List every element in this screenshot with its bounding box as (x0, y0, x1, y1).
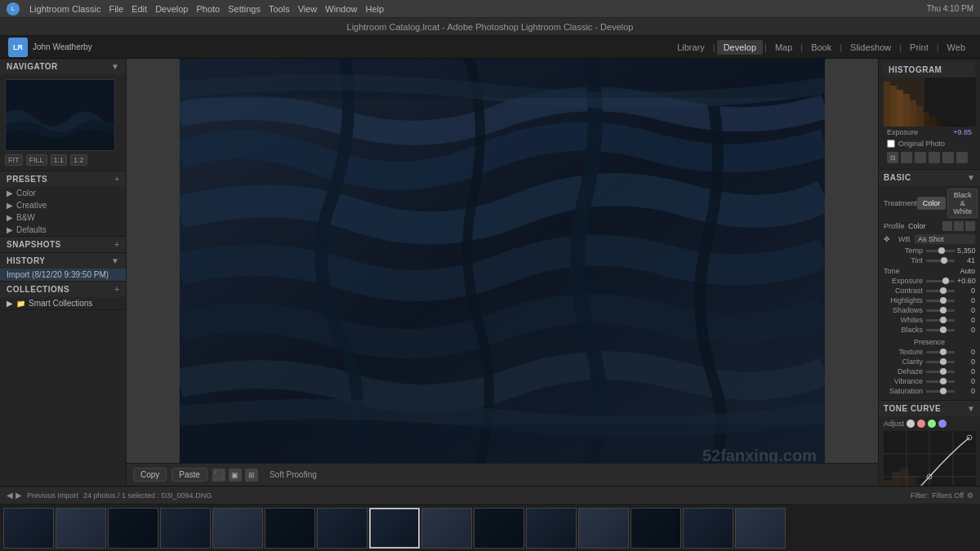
heal-icon[interactable] (901, 152, 912, 163)
menu-settings[interactable]: Settings (228, 4, 261, 14)
filmstrip-info: 24 photos / 1 selected : D3I_0094.DNG (83, 491, 212, 500)
shadows-slider[interactable] (926, 309, 955, 312)
adjust-all-icon[interactable] (906, 420, 915, 428)
menu-tools[interactable]: Tools (269, 4, 290, 14)
thumb-14[interactable] (683, 508, 733, 549)
temp-slider[interactable] (926, 250, 955, 252)
profile-browse-icon[interactable] (942, 221, 975, 231)
original-photo-checkbox[interactable] (887, 140, 895, 148)
tint-slider[interactable] (926, 260, 955, 262)
menu-develop[interactable]: Develop (155, 4, 188, 14)
range-mask-icon[interactable] (956, 152, 968, 163)
crop-icon[interactable]: ⊡ (887, 152, 898, 163)
thumb-3[interactable] (108, 508, 158, 549)
snapshots-header[interactable]: Snapshots + (0, 237, 126, 252)
survey-view-icon[interactable]: ⊞ (245, 469, 258, 482)
treatment-bw-btn[interactable]: Black & White (947, 189, 978, 218)
module-web[interactable]: Web (941, 40, 972, 55)
histogram-header[interactable]: Histogram (884, 62, 975, 78)
thumb-12[interactable] (578, 508, 629, 549)
highlights-slider[interactable] (926, 300, 955, 302)
thumb-11[interactable] (526, 508, 577, 549)
dehaze-slider[interactable] (926, 371, 955, 373)
basic-header[interactable]: Basic ▼ (879, 170, 980, 185)
blacks-slider[interactable] (926, 329, 955, 331)
preset-group-color[interactable]: ▶ Color (0, 187, 126, 199)
nav-1to2-btn[interactable]: 1:2 (70, 154, 87, 166)
wb-dropdown[interactable]: As Shot (915, 234, 975, 244)
saturation-slider[interactable] (926, 390, 955, 393)
navigator-header[interactable]: Navigator ▼ (0, 59, 126, 74)
filter-value[interactable]: Filters Off (932, 491, 964, 500)
presets-header[interactable]: Presets + (0, 171, 126, 187)
thumb-9[interactable] (421, 508, 472, 549)
thumb-1[interactable] (3, 508, 54, 549)
navigator-section: Navigator ▼ (0, 59, 126, 171)
menu-window[interactable]: Window (325, 4, 357, 14)
paste-button[interactable]: Paste (172, 468, 207, 482)
filmstrip-settings-icon[interactable]: ⚙ (967, 491, 973, 500)
nav-fill-btn[interactable]: FILL (26, 154, 47, 166)
adjust-label: Adjust (884, 420, 904, 428)
thumb-8[interactable] (369, 508, 420, 549)
filter-icon[interactable] (929, 152, 940, 163)
adjust-blue-icon[interactable] (938, 420, 947, 428)
module-book[interactable]: Book (804, 40, 838, 55)
module-map[interactable]: Map (768, 40, 799, 55)
collections-add-icon[interactable]: + (114, 285, 119, 294)
navigator-preview[interactable] (5, 79, 115, 151)
collection-smart[interactable]: ▶ 📁 Smart Collections (0, 297, 126, 309)
thumb-15[interactable] (735, 508, 786, 549)
preset-group-defaults[interactable]: ▶ Defaults (0, 224, 126, 236)
nav-1to1-btn[interactable]: 1:1 (51, 154, 68, 166)
thumb-2[interactable] (56, 508, 106, 549)
filmstrip-next-icon[interactable]: ▶ (16, 491, 22, 500)
thumb-7[interactable] (317, 508, 368, 549)
snapshots-add-icon[interactable]: + (114, 240, 119, 249)
presets-add-icon[interactable]: + (114, 175, 119, 184)
module-library[interactable]: Library (670, 40, 711, 55)
loupe-view-icon[interactable]: ⬛ (212, 469, 225, 482)
menu-photo[interactable]: Photo (196, 4, 220, 14)
adjust-red-icon[interactable] (917, 420, 925, 428)
menu-view[interactable]: View (298, 4, 318, 14)
treatment-color-btn[interactable]: Color (917, 197, 947, 210)
collections-header[interactable]: Collections + (0, 282, 126, 297)
menu-help[interactable]: Help (365, 4, 384, 14)
thumb-5[interactable] (212, 508, 263, 549)
main-image-area[interactable]: 52fanxing.com (127, 59, 878, 463)
module-slideshow[interactable]: Slideshow (844, 40, 898, 55)
svg-rect-3 (180, 424, 825, 464)
filmstrip-prev-icon[interactable]: ◀ (7, 491, 13, 500)
preset-group-creative[interactable]: ▶ Creative (0, 199, 126, 211)
thumb-4[interactable] (160, 508, 211, 549)
contrast-slider[interactable] (926, 290, 955, 292)
vibrance-slider[interactable] (926, 380, 955, 383)
clarity-slider[interactable] (926, 361, 955, 363)
module-print[interactable]: Print (903, 40, 935, 55)
copy-button[interactable]: Copy (133, 468, 167, 482)
thumb-10[interactable] (474, 508, 524, 549)
menu-file[interactable]: File (109, 4, 123, 14)
tone-curve-header[interactable]: Tone Curve ▼ (879, 401, 980, 416)
history-header[interactable]: History ▼ (0, 253, 126, 269)
whites-slider[interactable] (926, 319, 955, 322)
nav-fit-btn[interactable]: FIT (5, 154, 23, 166)
thumb-6[interactable] (265, 508, 315, 549)
redeye-icon[interactable] (915, 152, 926, 163)
adjust-green-icon[interactable] (928, 420, 936, 428)
preset-group-bw[interactable]: ▶ B&W (0, 211, 126, 224)
compare-view-icon[interactable]: ▣ (229, 469, 242, 482)
adjustment-icon[interactable] (942, 152, 954, 163)
texture-slider[interactable] (926, 351, 955, 353)
module-develop[interactable]: Develop (717, 40, 763, 55)
exposure-slider[interactable] (926, 280, 955, 282)
history-item[interactable]: Import (8/12/20 9:39:50 PM) (0, 269, 126, 281)
menu-lightroom[interactable]: Lightroom Classic (29, 4, 100, 14)
tone-curve-chart[interactable] (884, 431, 976, 486)
auto-button[interactable]: Auto (960, 267, 975, 275)
menu-edit[interactable]: Edit (131, 4, 147, 14)
prev-import-label[interactable]: Previous Import (27, 491, 78, 500)
wb-eyedropper-icon[interactable]: ✤ (884, 235, 898, 243)
thumb-13[interactable] (630, 508, 681, 549)
